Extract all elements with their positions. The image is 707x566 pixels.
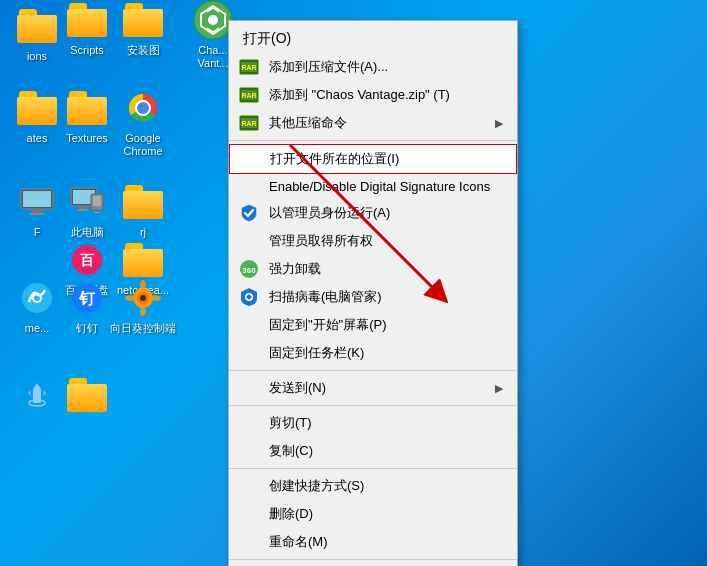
folder-icon <box>67 0 107 40</box>
submenu-arrow: ▶ <box>495 117 503 130</box>
separator-2 <box>229 370 517 371</box>
monitor-icon <box>17 182 57 222</box>
folder-icon <box>17 88 57 128</box>
icon-label: me... <box>25 322 49 335</box>
desktop-icon-chrome[interactable]: GoogleChrome <box>108 88 178 158</box>
menu-item-label: 打开(O) <box>243 30 291 48</box>
chaos-icon <box>193 0 233 40</box>
svg-point-25 <box>151 295 161 301</box>
chrome-icon <box>123 88 163 128</box>
ding-icon: 钉 <box>67 278 107 318</box>
menu-item-label: 管理员取得所有权 <box>269 232 373 250</box>
menu-item-rename[interactable]: 重命名(M) <box>229 528 517 556</box>
folder-icon <box>123 240 163 280</box>
separator-3 <box>229 405 517 406</box>
icon-label: 钉钉 <box>76 322 98 335</box>
menu-item-add-compress[interactable]: RAR 添加到压缩文件(A)... <box>229 53 517 81</box>
360-icon: 360 <box>237 257 261 281</box>
menu-item-label: 固定到任务栏(K) <box>269 344 364 362</box>
menu-item-label: 剪切(T) <box>269 414 312 432</box>
winrar-icon3: RAR <box>237 111 261 135</box>
svg-rect-11 <box>93 196 101 206</box>
menu-item-label: 发送到(N) <box>269 379 326 397</box>
menu-item-digital-sig[interactable]: Enable/Disable Digital Signature Icons <box>229 174 517 199</box>
svg-point-21 <box>140 295 146 301</box>
menu-item-other-compress[interactable]: RAR 其他压缩命令 ▶ <box>229 109 517 137</box>
icon-label: Cha...Vant... <box>198 44 229 70</box>
svg-rect-4 <box>32 209 42 213</box>
menu-item-send-to[interactable]: 发送到(N) ▶ <box>229 374 517 402</box>
desktop: ions Scripts 安装图 <box>0 0 707 566</box>
separator-5 <box>229 559 517 560</box>
desktop-icon-folder-bottom[interactable] <box>52 375 122 419</box>
icon-label: Textures <box>66 132 108 145</box>
tencent-icon <box>237 285 261 309</box>
svg-rect-12 <box>94 212 100 213</box>
menu-item-scan-virus[interactable]: 扫描病毒(电脑管家) <box>229 283 517 311</box>
menu-item-label: 创建快捷方式(S) <box>269 477 364 495</box>
icon-label: F <box>34 226 41 239</box>
menu-item-copy[interactable]: 复制(C) <box>229 437 517 465</box>
menu-item-cut[interactable]: 剪切(T) <box>229 409 517 437</box>
folder-icon <box>67 375 107 415</box>
svg-rect-3 <box>23 191 51 207</box>
svg-point-22 <box>140 280 146 290</box>
menu-item-add-zip[interactable]: RAR 添加到 "Chaos Vantage.zip" (T) <box>229 81 517 109</box>
icon-label: ions <box>27 50 47 63</box>
menu-item-label: 添加到压缩文件(A)... <box>269 58 388 76</box>
desktop-icon-rj[interactable]: rj <box>108 182 178 239</box>
svg-text:RAR: RAR <box>241 92 256 99</box>
svg-text:钉: 钉 <box>78 290 96 307</box>
app-icon <box>17 278 57 318</box>
menu-item-label: 扫描病毒(电脑管家) <box>269 288 382 306</box>
menu-item-open-location[interactable]: 打开文件所在的位置(I) <box>229 144 517 174</box>
menu-item-create-shortcut[interactable]: 创建快捷方式(S) <box>229 472 517 500</box>
winrar-icon: RAR <box>237 55 261 79</box>
menu-item-label: Enable/Disable Digital Signature Icons <box>269 179 490 194</box>
menu-item-run-admin[interactable]: 以管理员身份运行(A) <box>229 199 517 227</box>
menu-item-pin-start[interactable]: 固定到"开始"屏幕(P) <box>229 311 517 339</box>
menu-item-delete[interactable]: 删除(D) <box>229 500 517 528</box>
svg-text:RAR: RAR <box>241 120 256 127</box>
svg-text:RAR: RAR <box>241 64 256 71</box>
menu-item-open[interactable]: 打开(O) <box>229 25 517 53</box>
icon-label: 安装图 <box>127 44 160 57</box>
svg-rect-9 <box>77 209 89 211</box>
menu-item-label: 打开文件所在的位置(I) <box>270 150 399 168</box>
svg-rect-5 <box>29 213 45 215</box>
menu-item-pin-taskbar[interactable]: 固定到任务栏(K) <box>229 339 517 367</box>
icon-label: rj <box>140 226 146 239</box>
desktop-icon-install[interactable]: 安装图 <box>108 0 178 57</box>
folder-icon <box>17 6 57 46</box>
separator-1 <box>229 140 517 141</box>
context-menu: 打开(O) RAR 添加到压缩文件(A)... RAR <box>228 20 518 566</box>
baidu-icon: 百 <box>67 240 107 280</box>
menu-item-label: 重命名(M) <box>269 533 328 551</box>
icon-label: GoogleChrome <box>123 132 162 158</box>
winrar-icon2: RAR <box>237 83 261 107</box>
menu-item-label: 其他压缩命令 <box>269 114 347 132</box>
separator-4 <box>229 468 517 469</box>
menu-item-force-uninstall[interactable]: 360 强力卸载 <box>229 255 517 283</box>
svg-text:百: 百 <box>80 252 95 268</box>
folder-icon <box>123 182 163 222</box>
submenu-arrow2: ▶ <box>495 382 503 395</box>
desktop-icon-sunflower[interactable]: 向日葵控制端 <box>108 278 178 335</box>
svg-text:360: 360 <box>242 266 256 275</box>
icon-label: Scripts <box>70 44 104 57</box>
menu-item-get-ownership[interactable]: 管理员取得所有权 <box>229 227 517 255</box>
icon-label: 向日葵控制端 <box>110 322 176 335</box>
menu-item-label: 固定到"开始"屏幕(P) <box>269 316 387 334</box>
svg-point-24 <box>125 295 135 301</box>
shield-icon <box>237 201 261 225</box>
computer-icon <box>67 182 107 222</box>
icon-label: ates <box>27 132 48 145</box>
svg-point-15 <box>22 283 52 313</box>
folder-icon <box>67 88 107 128</box>
svg-rect-8 <box>79 206 87 209</box>
menu-item-label: 添加到 "Chaos Vantage.zip" (T) <box>269 86 450 104</box>
icon-label: 此电脑 <box>71 226 104 239</box>
menu-item-label: 删除(D) <box>269 505 313 523</box>
svg-point-1 <box>208 15 218 25</box>
menu-item-label: 以管理员身份运行(A) <box>269 204 390 222</box>
